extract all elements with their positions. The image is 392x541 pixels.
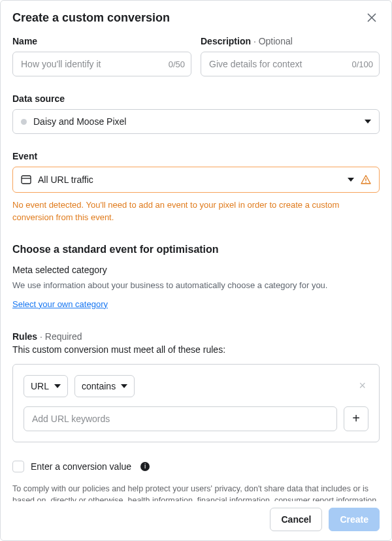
modal-title: Create a custom conversion [12, 11, 170, 25]
conversion-value-checkbox[interactable] [12, 461, 24, 472]
data-source-label: Data source [12, 93, 380, 104]
optimisation-heading: Choose a standard event for optimisation [12, 244, 380, 255]
rule-field-select[interactable]: URL [24, 375, 68, 397]
create-button[interactable]: Create [329, 508, 380, 531]
create-conversion-modal: Create a custom conversion Name 0/50 Des… [0, 0, 392, 541]
description-field: Description · Optional 0/100 [201, 36, 380, 76]
event-label: Event [12, 151, 380, 161]
description-label: Description · Optional [201, 36, 380, 46]
chevron-down-icon [365, 120, 371, 123]
rules-box: URL contains × + [12, 364, 380, 442]
svg-rect-0 [22, 176, 31, 184]
name-counter: 0/50 [169, 59, 185, 69]
chevron-down-icon [121, 384, 127, 388]
remove-rule-button[interactable]: × [356, 379, 368, 393]
name-input[interactable] [12, 52, 191, 76]
event-value: All URL traffic [38, 174, 341, 185]
rules-heading: Rules · Required [12, 331, 380, 342]
modal-header: Create a custom conversion [1, 1, 391, 32]
modal-footer: Cancel Create [1, 501, 391, 540]
event-warning-text: No event detected. You'll need to add an… [12, 199, 380, 224]
rules-description: This custom conversion must meet all of … [12, 344, 380, 355]
data-source-section: Data source Daisy and Moose Pixel [12, 93, 380, 134]
chevron-down-icon [348, 178, 354, 182]
rule-keyword-input[interactable] [24, 406, 337, 431]
chevron-down-icon [54, 384, 61, 388]
optimisation-help: We use information about your business t… [12, 280, 380, 290]
conversion-value-label: Enter a conversion value [31, 461, 131, 472]
cancel-button[interactable]: Cancel [270, 508, 322, 531]
legal-text: To comply with our policies and help pro… [12, 483, 380, 501]
status-dot-icon [21, 119, 27, 125]
select-category-link[interactable]: Select your own category [12, 299, 108, 309]
description-counter: 0/100 [351, 59, 373, 69]
event-section: Event All URL traffic No event detected.… [12, 151, 380, 224]
add-rule-button[interactable]: + [344, 406, 368, 431]
svg-point-3 [365, 182, 367, 183]
name-field: Name 0/50 [12, 36, 191, 76]
modal-body: Name 0/50 Description · Optional 0/100 D… [1, 32, 391, 501]
close-button[interactable] [364, 10, 380, 25]
data-source-value: Daisy and Moose Pixel [33, 116, 358, 127]
close-icon [367, 12, 377, 23]
event-select[interactable]: All URL traffic [12, 167, 380, 193]
plus-icon: + [352, 411, 360, 426]
browser-icon [21, 174, 31, 185]
data-source-select[interactable]: Daisy and Moose Pixel [12, 109, 380, 134]
optimisation-sub-label: Meta selected category [12, 265, 380, 275]
conversion-value-row: Enter a conversion value i [12, 461, 380, 472]
warning-icon [361, 174, 371, 185]
info-icon[interactable]: i [140, 462, 150, 471]
rule-operator-select[interactable]: contains [74, 375, 135, 397]
name-label: Name [12, 36, 191, 46]
